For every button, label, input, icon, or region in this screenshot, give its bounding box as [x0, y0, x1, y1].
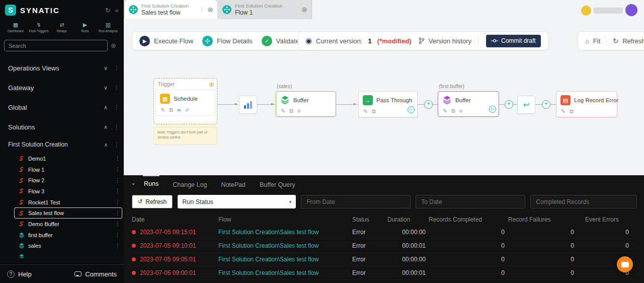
- sidebar-item-demo-buffer[interactable]: Demo Buffer ⋮: [14, 219, 122, 230]
- sidebar-item-global[interactable]: Global ∧ ⋮: [0, 98, 124, 117]
- node-buffer-sales[interactable]: Buffer ✎ ⧉ ≡: [276, 91, 336, 117]
- run-status-select[interactable]: Run Status ▾: [178, 195, 296, 208]
- tab-close-icon[interactable]: ⊗: [301, 6, 307, 14]
- copy-icon[interactable]: ⧉: [372, 108, 376, 115]
- sidebar-item-first-buffer[interactable]: first buffer ⋮: [14, 230, 122, 241]
- sidebar-item-gateway[interactable]: Gateway ∨ ⋮: [0, 78, 124, 98]
- to-date-input[interactable]: [416, 195, 525, 208]
- add-trigger-icon[interactable]: ⊕: [209, 81, 214, 88]
- chat-widget-button[interactable]: [617, 256, 633, 272]
- execute-flow-button[interactable]: ▶ Execute Flow: [139, 36, 193, 46]
- comments-button[interactable]: Comments: [74, 270, 117, 278]
- completed-records-input[interactable]: [530, 195, 637, 208]
- nav-item-dashboard[interactable]: ▦ Dashboard: [4, 21, 27, 33]
- chevron-down-icon[interactable]: ∨: [104, 65, 108, 72]
- sidebar-item-rocket1-test[interactable]: Rocket1 Test ⋮: [14, 197, 122, 208]
- sidebar-item-flow-1[interactable]: Flow 1 ⋮: [14, 164, 122, 175]
- refresh-icon[interactable]: ↻: [105, 7, 111, 14]
- sidebar-item-sales[interactable]: sales ⋮: [14, 241, 122, 252]
- tab-notepad[interactable]: NotePad: [220, 175, 247, 191]
- run-from-here-icon[interactable]: ▷: [489, 106, 496, 113]
- add-step-button[interactable]: +: [505, 100, 513, 109]
- sidebar-item-flow-2[interactable]: Flow 2 ⋮: [14, 175, 122, 186]
- copy-icon[interactable]: ⧉: [289, 108, 293, 114]
- search-input[interactable]: [4, 40, 108, 51]
- kebab-menu-icon[interactable]: ⋮: [115, 221, 120, 227]
- column-header[interactable]: Event Errors: [585, 214, 636, 226]
- sidebar-item-operations-views[interactable]: Operations Views ∨ ⋮: [0, 58, 124, 78]
- edit-icon[interactable]: ✎: [160, 107, 165, 113]
- kebab-menu-icon[interactable]: ⋮: [115, 243, 120, 249]
- canvas-refresh-button[interactable]: ↻ Refresh: [613, 37, 644, 45]
- node-return[interactable]: ↩: [517, 96, 535, 114]
- sidebar-item-sales-test-flow[interactable]: Sales test flow ⋮: [14, 207, 122, 219]
- column-header[interactable]: Date: [132, 214, 218, 226]
- kebab-menu-icon[interactable]: ⋮: [115, 199, 120, 205]
- trigger-group[interactable]: Trigger ⊕ ▦ Schedule ✎ ⧉ ∞ ✓: [153, 78, 217, 124]
- list-icon[interactable]: ≡: [297, 108, 300, 114]
- kebab-menu-icon[interactable]: ⋮: [115, 166, 120, 173]
- run-from-here-icon[interactable]: ▷: [408, 106, 415, 113]
- add-step-button[interactable]: +: [542, 100, 550, 109]
- column-header[interactable]: Flow: [218, 214, 352, 226]
- sidebar-item-flow-3[interactable]: Flow 3 ⋮: [14, 186, 122, 197]
- kebab-menu-icon[interactable]: ⋮: [115, 188, 120, 194]
- tab-buffer-query[interactable]: Buffer Query: [259, 175, 296, 191]
- kebab-menu-icon[interactable]: ⋮: [115, 232, 120, 238]
- kebab-menu-icon[interactable]: ⋮: [114, 124, 119, 130]
- sidebar-item-demo1[interactable]: Demo1 ⋮: [14, 153, 122, 164]
- version-history-button[interactable]: Version history: [419, 37, 471, 45]
- copy-icon[interactable]: ⧉: [570, 108, 574, 115]
- tab-change-log[interactable]: Change Log: [172, 175, 208, 191]
- add-step-button[interactable]: +: [424, 100, 433, 109]
- sidebar-item-first-solution-creation[interactable]: First Solution Creation ∧ ⋮: [0, 137, 124, 152]
- help-button[interactable]: ? Help: [7, 270, 32, 278]
- nav-item-run-analysis[interactable]: ▥ Run Analysis: [97, 21, 120, 33]
- column-header[interactable]: Duration: [387, 214, 429, 226]
- edit-icon[interactable]: ✎: [443, 108, 447, 114]
- link-icon[interactable]: ∞: [177, 107, 181, 113]
- kebab-menu-icon[interactable]: ⋮: [115, 155, 120, 162]
- edit-icon[interactable]: ✎: [281, 108, 285, 114]
- check-icon[interactable]: ✓: [185, 107, 190, 113]
- copy-icon[interactable]: ⧉: [451, 108, 455, 114]
- flow-details-button[interactable]: Flow Details: [202, 36, 253, 46]
- node-buffer-first[interactable]: Buffer ✎ ⧉ ≡ ▷: [438, 91, 499, 117]
- search-clear-icon[interactable]: ⊗: [111, 42, 116, 49]
- column-header[interactable]: Records Completed: [429, 214, 508, 226]
- tab-kebab-icon[interactable]: ⋮: [199, 7, 204, 13]
- kebab-menu-icon[interactable]: ⋮: [115, 210, 120, 217]
- kebab-menu-icon[interactable]: ⋮: [114, 104, 119, 111]
- chevron-up-icon[interactable]: ∧: [104, 142, 108, 148]
- tab-runs[interactable]: Runs: [143, 175, 159, 190]
- nav-item-runs[interactable]: ▶ Runs: [73, 21, 97, 33]
- sidebar-item-solutions[interactable]: Solutions ∧ ⋮: [0, 117, 124, 137]
- kebab-menu-icon[interactable]: ⋮: [114, 142, 119, 148]
- node-schedule[interactable]: ▦ Schedule ✎ ⧉ ∞ ✓: [155, 90, 215, 116]
- commit-draft-button[interactable]: Commit draft: [486, 35, 541, 47]
- node-metrics[interactable]: [239, 96, 257, 114]
- runs-refresh-button[interactable]: ↺ Refresh: [132, 195, 173, 208]
- tab-close-icon[interactable]: ⊗: [207, 6, 213, 14]
- collapse-sidebar-icon[interactable]: «: [115, 7, 119, 14]
- sidebar-item-partial[interactable]: [14, 251, 122, 262]
- kebab-menu-icon[interactable]: ⋮: [114, 85, 119, 91]
- edit-icon[interactable]: ✎: [363, 108, 368, 115]
- kebab-menu-icon[interactable]: ⋮: [115, 177, 120, 184]
- nav-item-flow-triggers[interactable]: ↯ Flow Triggers: [27, 21, 50, 33]
- fit-button[interactable]: ⌂ Fit: [585, 37, 600, 45]
- chevron-down-icon[interactable]: ∨: [104, 85, 108, 91]
- collapse-panel-icon[interactable]: ⌄: [131, 179, 136, 186]
- avatar[interactable]: [625, 4, 637, 16]
- column-header[interactable]: Record Failures: [508, 214, 585, 226]
- chevron-up-icon[interactable]: ∧: [104, 124, 108, 130]
- list-icon[interactable]: ≡: [459, 108, 462, 114]
- node-pass-through[interactable]: → Pass Through ✎ ⧉ ▷: [358, 91, 418, 117]
- nav-item-relays[interactable]: ⇄ Relays: [50, 21, 73, 33]
- column-header[interactable]: Status: [352, 214, 387, 226]
- tab-flow-1[interactable]: First Solution Creation Flow 1 ⊗: [218, 0, 312, 19]
- kebab-menu-icon[interactable]: ⋮: [114, 65, 119, 72]
- avatar[interactable]: [581, 6, 591, 16]
- edit-icon[interactable]: ✎: [561, 108, 566, 115]
- tab-sales-test-flow[interactable]: First Solution Creation Sales test flow …: [125, 0, 217, 19]
